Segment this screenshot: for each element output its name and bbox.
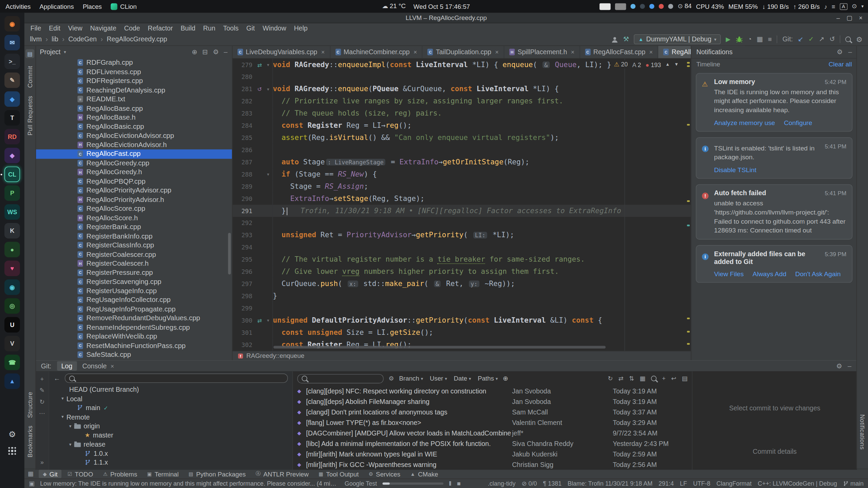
menu-item[interactable]: Window	[259, 24, 290, 32]
project-file-row[interactable]: README.txt	[35, 95, 232, 104]
tool-button-commit[interactable]: Commit	[26, 66, 33, 88]
code-line[interactable]: 286	[233, 144, 691, 156]
dock-icon[interactable]: ◉	[4, 16, 20, 32]
project-file-row[interactable]: RDFLiveness.cpp	[35, 67, 232, 76]
line-number[interactable]: 292	[233, 219, 255, 226]
go-to-hash-icon[interactable]: ⊕	[503, 374, 508, 382]
editor-tab[interactable]: TailDuplication.cpp ×	[422, 46, 504, 58]
line-number[interactable]: 294	[233, 244, 255, 251]
close-icon[interactable]: ×	[495, 49, 499, 56]
tool-window-button[interactable]: ▦ Tool Output	[315, 470, 362, 478]
back-icon[interactable]: ←	[54, 374, 60, 382]
editor-tab[interactable]: MachineCombiner.cpp ×	[330, 46, 422, 58]
code-line[interactable]: 285 assert(Reg.isVirtual() && "Can only …	[233, 132, 691, 144]
locate-file-icon[interactable]: ⊕	[192, 48, 197, 56]
code-line[interactable]: 290 ExtraInfo→setStage(Reg, Stage);	[233, 192, 691, 205]
stop-button[interactable]: ■	[768, 35, 772, 43]
tray-icon[interactable]	[640, 4, 645, 9]
chevron-down-icon[interactable]: ▾	[69, 424, 72, 429]
close-icon[interactable]: ×	[649, 49, 653, 56]
breadcrumb-item[interactable]: CodeGen	[68, 35, 106, 43]
menu-item[interactable]: Code	[120, 24, 144, 32]
chevron-down-icon[interactable]: ▾	[61, 396, 64, 401]
compare-icon[interactable]: ⇄	[618, 375, 624, 382]
code-line[interactable]: 299	[233, 302, 691, 314]
stripe-mark[interactable]	[687, 62, 690, 64]
close-icon[interactable]: ×	[111, 363, 114, 369]
project-file-row[interactable]: RegisterBank.cpp	[35, 222, 232, 231]
clang-tidy-widget[interactable]: .clang-tidy	[488, 480, 516, 487]
project-file-row[interactable]: RegAllocPBQP.cpp	[35, 177, 232, 186]
event-log-icon[interactable]: ▣	[29, 480, 35, 487]
code-line[interactable]: 284 const Register Reg = LI→reg();	[233, 120, 691, 132]
project-file-row[interactable]: RegisterClassInfo.cpp	[35, 241, 232, 250]
tool-window-switcher-icon[interactable]: ▦	[28, 470, 34, 477]
notification-link[interactable]: Don't Ask Again	[795, 270, 841, 278]
rollback-icon[interactable]: ↩	[671, 375, 676, 382]
editor-tab[interactable]: RegAllocFast.cpp ×	[580, 46, 658, 58]
tab-git-console[interactable]: Console×	[82, 362, 114, 370]
git-branch-widget[interactable]: main	[843, 480, 864, 487]
project-file-row[interactable]: RemoveRedundantDebugValues.cpp	[35, 314, 232, 323]
commit-row[interactable]: ◆ [DAGCombiner] [AMDGPU] Allow vector lo…	[293, 428, 692, 438]
pause-icon[interactable]: ‖	[449, 480, 451, 487]
dock-icon[interactable]: ▲	[4, 373, 20, 389]
code-area[interactable]: 279 ⇄ ▾ void RAGreedy::enqueueImpl(const…	[233, 59, 691, 351]
line-number[interactable]: 296	[233, 268, 255, 275]
panel-settings-icon[interactable]: ⚙	[213, 48, 219, 56]
branch-row[interactable]: ★ HEAD (Current Branch)	[49, 385, 292, 394]
branch-row[interactable]: ★ main ✓	[49, 403, 292, 412]
tool-button-structure[interactable]: Structure	[26, 392, 33, 418]
toolchain-widget[interactable]: C++: LLVMCodeGen | Debug	[758, 480, 837, 487]
stripe-mark[interactable]	[687, 225, 690, 226]
fold-icon[interactable]: ▾	[264, 172, 272, 177]
dock-icon[interactable]: ◎	[4, 298, 20, 314]
menu-item[interactable]: Edit	[45, 24, 64, 32]
code-line[interactable]: 291 } Trofin, 11/30/21 9:18 AM • [NFC][r…	[233, 205, 691, 217]
commit-row[interactable]: ◆ [mlir][arith] Mark unknown types legal…	[293, 449, 692, 459]
dock-icon[interactable]: T	[4, 110, 20, 126]
tab-git-log[interactable]: Log	[57, 361, 77, 371]
find-icon[interactable]	[651, 376, 656, 381]
code-line[interactable]: 302 const Register Reg = LI.reg();	[233, 339, 691, 351]
code-line[interactable]: 295 // The virtual register number is a …	[233, 253, 691, 266]
minimize-icon[interactable]: –	[836, 14, 840, 21]
dock-icon[interactable]: U	[4, 317, 20, 333]
code-line[interactable]: 296 // Give lower vreg numbers higher pr…	[233, 266, 691, 278]
notification-link[interactable]: Always Add	[753, 270, 787, 278]
code-line[interactable]: 297 CurQueue.push( x: std::make_pair( & …	[233, 278, 691, 290]
settings-gear-icon[interactable]: ⚙	[856, 35, 863, 43]
menu-item[interactable]: File	[26, 24, 45, 32]
tool-window-button[interactable]: ◆ Git	[39, 470, 61, 478]
tool-button-bookmarks[interactable]: Bookmarks	[26, 426, 33, 458]
stripe-mark[interactable]	[687, 200, 690, 202]
horizontal-scrollbar[interactable]	[273, 346, 606, 348]
line-number[interactable]: 283	[233, 110, 255, 117]
log-filter[interactable]: Date	[454, 375, 471, 382]
commit-search-input[interactable]	[297, 374, 384, 383]
panel-settings-icon[interactable]: ⚙	[836, 362, 842, 370]
sort-icon[interactable]: ⇅	[629, 375, 634, 382]
weather-indicator[interactable]: ☁ 21 °C	[382, 3, 406, 10]
project-file-row[interactable]: RegAllocGreedy.h	[35, 168, 232, 177]
chevron-down-icon[interactable]: ▾	[861, 4, 864, 9]
clear-all-link[interactable]: Clear all	[829, 61, 852, 68]
tool-window-button[interactable]: ▣ Terminal	[143, 470, 182, 478]
close-icon[interactable]: ×	[571, 49, 575, 56]
line-number[interactable]: 286	[233, 146, 255, 154]
stripe-mark[interactable]	[687, 65, 690, 67]
chevron-down-icon[interactable]: ▾	[61, 414, 64, 420]
keyboard-layout-indicator[interactable]: A	[840, 3, 847, 10]
panel-settings-icon[interactable]: ⚙	[837, 48, 843, 56]
window-title-bar[interactable]: LLVM – RegAllocGreedy.cpp – ▢ ×	[24, 13, 868, 23]
branch-search-input[interactable]	[65, 373, 288, 383]
code-line[interactable]: 287 auto Stage: LiveRangeStage = ExtraIn…	[233, 156, 691, 168]
timeline-label[interactable]: Timeline	[696, 61, 720, 68]
line-number[interactable]: 298	[233, 292, 255, 300]
dock-icon[interactable]: ♥	[4, 261, 20, 276]
project-file-row[interactable]: RDFRegisters.cpp	[35, 76, 232, 85]
breadcrumb-item[interactable]: lib	[52, 35, 68, 43]
project-file-row[interactable]: RenameIndependentSubregs.cpp	[35, 323, 232, 332]
memory-indicator[interactable]: ¶ 1381	[543, 480, 562, 487]
gutter-icon[interactable]: ↺	[255, 86, 264, 92]
